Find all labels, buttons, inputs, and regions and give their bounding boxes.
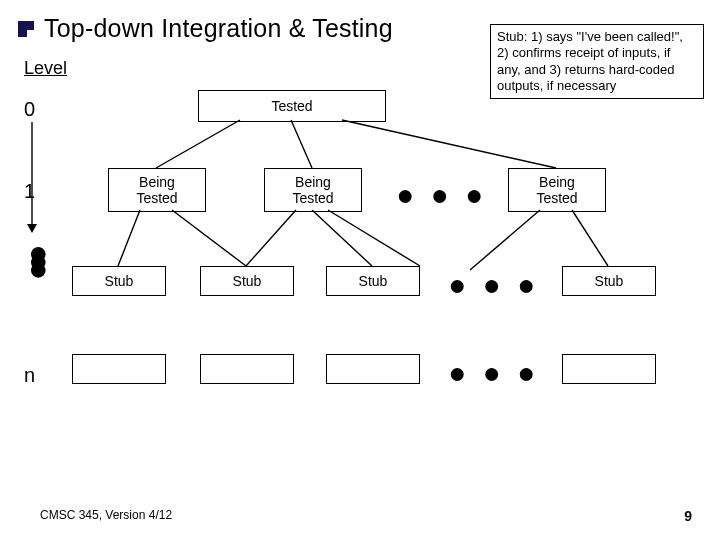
stub-definition-callout: Stub: 1) says "I've been called!", 2) co… [490, 24, 704, 99]
node-leaf-3 [326, 354, 420, 384]
node-stub-4: Stub [562, 266, 656, 296]
node-being-tested-2: Being Tested [264, 168, 362, 212]
svg-line-1 [156, 120, 240, 168]
svg-line-8 [328, 210, 420, 266]
svg-line-10 [572, 210, 608, 266]
ellipsis-stub: ● ● ● [448, 268, 539, 302]
node-stub-3: Stub [326, 266, 420, 296]
svg-line-9 [470, 210, 540, 270]
footer-course-version: CMSC 345, Version 4/12 [40, 508, 172, 522]
svg-line-6 [246, 210, 296, 266]
node-stub-2: Stub [200, 266, 294, 296]
svg-line-3 [342, 120, 556, 168]
ellipsis-leaf: ● ● ● [448, 356, 539, 390]
node-being-tested-3: Being Tested [508, 168, 606, 212]
node-leaf-4 [562, 354, 656, 384]
svg-line-7 [312, 210, 372, 266]
svg-line-4 [118, 210, 140, 266]
footer-page-number: 9 [684, 508, 692, 524]
node-leaf-2 [200, 354, 294, 384]
slide-title: Top-down Integration & Testing [44, 14, 393, 43]
level-1-label: 1 [24, 180, 35, 203]
arrow-down-icon [27, 224, 37, 233]
title-bullet-icon [18, 21, 34, 37]
level-0-label: 0 [24, 98, 35, 121]
level-heading: Level [24, 58, 67, 79]
node-stub-1: Stub [72, 266, 166, 296]
svg-line-2 [291, 120, 312, 168]
vertical-ellipsis-icon: ●●● [28, 248, 49, 272]
svg-line-5 [172, 210, 246, 266]
ellipsis-level1: ● ● ● [396, 178, 487, 212]
node-leaf-1 [72, 354, 166, 384]
node-tested: Tested [198, 90, 386, 122]
level-n-label: n [24, 364, 35, 387]
node-being-tested-1: Being Tested [108, 168, 206, 212]
